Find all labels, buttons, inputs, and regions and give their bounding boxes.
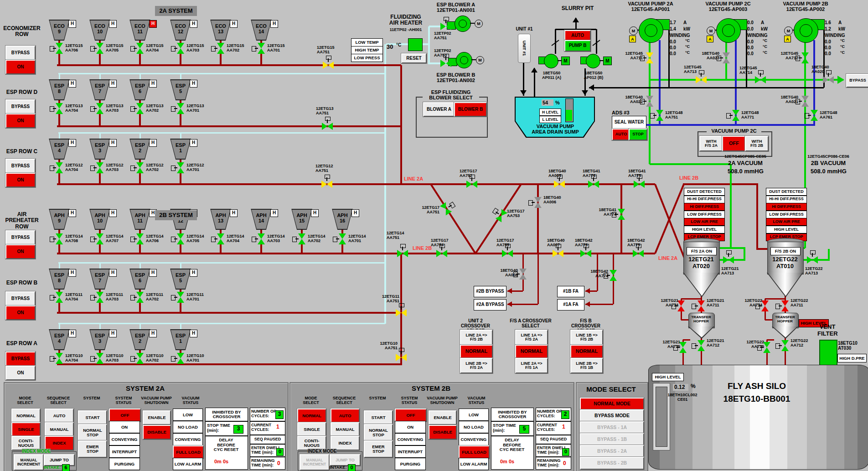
hopper-h-indicator: H	[190, 20, 197, 28]
system-button[interactable]: EMER STOP	[364, 440, 393, 458]
system-status-item[interactable]: INTERRUPT	[395, 445, 426, 458]
system-status-item[interactable]: ON	[395, 421, 426, 433]
reset-button[interactable]: RESET	[401, 53, 427, 63]
bypass-box[interactable]: #2B BYPASS	[474, 286, 506, 297]
vp2c-with-fs2b[interactable]: WITH F/S 2B	[745, 136, 769, 151]
vp-shutdown-button[interactable]: DISABLE	[429, 425, 457, 440]
valve-actuator	[171, 295, 176, 300]
vacuum-status-item[interactable]: NO LOAD	[459, 421, 489, 433]
mode-select-item[interactable]: BYPASS - 2B	[580, 457, 644, 470]
system-status-item[interactable]: ON	[109, 421, 140, 433]
vacuum-pump-inner	[800, 24, 812, 37]
vacuum-status-item[interactable]: CONVEYING	[459, 433, 489, 445]
crossover-normal-button[interactable]: NORMAL	[570, 345, 603, 358]
vp2c-off[interactable]: OFF	[722, 136, 746, 151]
mode-select-item[interactable]: NORMAL MODE	[580, 398, 644, 410]
row-bypass-button[interactable]: BYPASS	[5, 159, 36, 173]
vp-shutdown-button[interactable]: ENABLE	[429, 410, 457, 425]
valve-body	[807, 256, 812, 264]
sump-level-value: 54	[542, 100, 548, 105]
remaining-value: 0	[563, 461, 566, 466]
vp-shutdown-button[interactable]: ENABLE	[143, 410, 171, 425]
system-status-item[interactable]: CONVEYING	[395, 433, 426, 445]
vacuum-status-item[interactable]: LOW ALARM	[173, 458, 203, 470]
crossover-normal-button[interactable]: NORMAL	[515, 345, 548, 358]
row-on-button[interactable]: ON	[5, 173, 36, 187]
silo-high-level[interactable]: HIGH LEVEL	[652, 373, 684, 381]
system-button[interactable]: START	[364, 410, 393, 425]
mode-select-button[interactable]: NORMAL	[297, 409, 326, 423]
mode-select-button[interactable]: NORMAL	[11, 409, 41, 423]
sequence-select-button[interactable]: MANUAL	[331, 422, 360, 437]
vacuum-status-item[interactable]: CONVEYING	[173, 433, 203, 445]
sequence-select-button[interactable]: AUTO	[331, 409, 360, 423]
vacuum-status-item[interactable]: LOW ALARM	[459, 458, 489, 470]
crossover-top-button[interactable]: LINE 1B => F/S 2B	[570, 330, 603, 345]
alarm-item: LOW AIR PRE	[766, 218, 807, 226]
row-on-button[interactable]: ON	[5, 114, 36, 128]
row-on-button[interactable]: ON	[5, 60, 36, 74]
row-bypass-button[interactable]: BYPASS	[5, 230, 36, 245]
slurry-pumpb-button[interactable]: PUMP B	[564, 40, 591, 52]
seal-stop-button[interactable]: STOP	[629, 129, 647, 140]
crossover-bottom-button[interactable]: LINE 2B => F/S 1B	[570, 358, 603, 373]
mode-select-button[interactable]: SINGLE	[297, 422, 326, 437]
row-on-button[interactable]: ON	[5, 244, 36, 259]
mode-select-item[interactable]: BYPASS MODE	[580, 409, 644, 422]
system-status-item[interactable]: CONVEYING	[109, 433, 140, 445]
manual-increment-button[interactable]: MANUAL INCREMENT	[14, 454, 44, 471]
crossover-bottom-button[interactable]: LINE 2B => F/S 2A	[460, 358, 493, 373]
blower-b-button[interactable]: BLOWER B	[454, 102, 487, 117]
pipe	[139, 112, 141, 126]
row-on-button[interactable]: ON	[5, 305, 36, 320]
seal-auto-button[interactable]: AUTO	[612, 129, 630, 140]
sequence-select-button[interactable]: MANUAL	[45, 422, 74, 437]
mode-select-item[interactable]: BYPASS - 1B	[580, 433, 644, 446]
bypass-button[interactable]: BYPASS	[846, 74, 868, 88]
system-status-item[interactable]: OFF	[395, 409, 427, 422]
hopper-valve-label: 12ETG14 AA701	[348, 234, 366, 243]
crossover-top-button[interactable]: LINE 1A => F/S 2A	[515, 330, 548, 345]
heater-temp-unit: °C	[396, 42, 401, 47]
crossover-normal-button[interactable]: NORMAL	[460, 345, 493, 358]
vacuum-status-item[interactable]: FULL LOAD	[173, 445, 204, 459]
system-status-item[interactable]: OFF	[109, 409, 141, 422]
system-status-item[interactable]: PURGING	[395, 458, 426, 470]
system-button[interactable]: EMER STOP	[78, 440, 107, 458]
mode-select-button[interactable]: SINGLE	[11, 422, 41, 437]
vacuum-status-item[interactable]: LOW	[173, 409, 203, 421]
pipe	[140, 133, 141, 139]
sequence-select-button[interactable]: AUTO	[45, 409, 74, 423]
crossover-bottom-button[interactable]: LINE 2A => F/S 1A	[515, 358, 548, 373]
blower-a-button[interactable]: BLOWER A	[423, 102, 455, 117]
seal-water-box[interactable]: SEAL WATER	[612, 116, 646, 129]
row-on-button[interactable]: ON	[5, 366, 36, 380]
system-status-item[interactable]: PURGING	[109, 458, 140, 470]
row-bypass-button[interactable]: BYPASS	[5, 352, 36, 366]
row-bypass-button[interactable]: BYPASS	[5, 291, 36, 306]
system-button[interactable]: NORMAL STOP	[364, 424, 393, 441]
unit1-label: UNIT #1	[512, 26, 537, 31]
crossover-top-button[interactable]: LINE 2A => F/S 2B	[460, 330, 493, 345]
system-status-item[interactable]: INTERRUPT	[109, 445, 140, 458]
unit1-button[interactable]: UNIT #1	[518, 34, 531, 63]
mode-select-item[interactable]: BYPASS - 2A	[580, 445, 644, 458]
vacuum-status-item[interactable]: LOW	[459, 409, 489, 421]
valve-body	[610, 275, 617, 281]
system-button[interactable]: NORMAL STOP	[78, 424, 107, 441]
manual-increment-button[interactable]: MANUAL INCREMENT	[300, 454, 330, 471]
valve-body	[136, 353, 144, 358]
vacuum-status-item[interactable]: FULL LOAD	[459, 445, 490, 459]
mode-select-item[interactable]: BYPASS - 1A	[580, 421, 644, 434]
vacuum-status-item[interactable]: NO LOAD	[173, 421, 203, 433]
row-bypass-button[interactable]: BYPASS	[5, 46, 36, 60]
system-button[interactable]: START	[78, 410, 107, 425]
motor-icon: M	[476, 56, 484, 64]
row-bypass-button[interactable]: BYPASS	[5, 99, 36, 114]
fa-box[interactable]: #1B FA	[557, 286, 584, 297]
valve-body	[436, 250, 442, 257]
fa-box[interactable]: #1A FA	[557, 299, 584, 311]
vp2c-with-fs2a[interactable]: WITH F/S 2A	[699, 136, 723, 151]
vp-shutdown-button[interactable]: DISABLE	[143, 425, 171, 440]
bypass-box[interactable]: #2A BYPASS	[474, 299, 506, 311]
